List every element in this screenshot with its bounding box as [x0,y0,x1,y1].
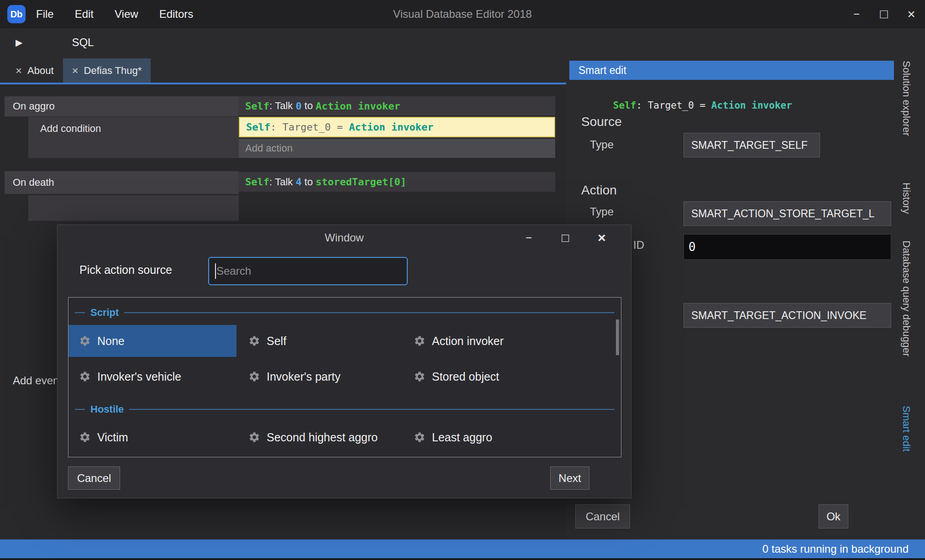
group-name: Script [90,307,119,319]
gear-icon [248,335,260,347]
list-item-least-aggro[interactable]: Least aggro [414,423,492,452]
action-id-label: ID [633,239,644,251]
status-bar: 0 tasks running in background [0,539,925,558]
text-caret [215,263,216,279]
item-label: None [97,335,125,348]
code-token: Talk [275,100,295,112]
group-header-script: Script [75,307,615,319]
titlebar: Db File Edit View Editors Visual Databas… [0,0,925,28]
panel-cancel-button[interactable]: Cancel [575,504,630,529]
side-tab-database-query-debugger[interactable]: Database query debugger [900,241,912,356]
list-item-none[interactable]: None [79,325,125,357]
item-label: Invoker's vehicle [97,370,181,383]
code-token: 0 [295,100,301,112]
add-condition-row[interactable]: Add condition [28,117,239,158]
item-label: Self [267,335,286,348]
dialog-titlebar: Window − □ × [58,225,631,251]
condition-placeholder-row[interactable] [28,195,239,221]
action-id-value: 0 [688,240,696,254]
pick-action-source-label: Pick action source [79,263,172,277]
list-item-self[interactable]: Self [248,325,286,357]
close-icon[interactable]: × [583,228,620,248]
menu-file[interactable]: File [26,0,64,28]
dialog-next-button[interactable]: Next [550,466,589,490]
code-token: Self [613,100,636,111]
next-label: Next [558,472,581,485]
action-row-talk[interactable]: Self: Talk 4 to storedTarget[0] [239,172,555,192]
action-type-value: SMART_ACTION_STORE_TARGET_L [691,208,874,220]
source-type-value: SMART_TARGET_SELF [691,139,808,152]
action-target-button[interactable]: SMART_TARGET_ACTION_INVOKE [683,303,891,328]
code-token: Action invoker [711,100,792,111]
side-tab-history[interactable]: History [900,183,912,214]
menu-edit[interactable]: Edit [64,0,104,28]
maximize-icon[interactable]: □ [870,0,898,28]
action-row-store-target-selected[interactable]: Self: Target_0 = Action invoker [239,117,555,137]
gear-icon [414,431,426,443]
action-row-talk[interactable]: Self: Talk 0 to Action invoker [239,96,555,115]
tab-defias-thug[interactable]: × Defias Thug* [63,58,151,83]
code-token: storedTarget[0] [315,176,406,188]
event-name-cell[interactable]: On death [5,171,239,194]
code-token: : Target_0 = [270,121,349,133]
menu-view[interactable]: View [104,0,149,28]
maximize-icon[interactable]: □ [547,228,583,248]
source-type-label: Type [590,138,614,151]
tab-close-icon[interactable]: × [16,65,22,76]
side-tab-solution-explorer[interactable]: Solution explorer [900,61,912,136]
item-label: Action invoker [432,335,504,348]
sql-tool-label[interactable]: SQL [72,36,94,49]
menu-editors[interactable]: Editors [149,0,204,28]
code-token: to [302,100,316,112]
close-icon[interactable]: × [898,0,925,28]
list-item-action-invoker[interactable]: Action invoker [414,325,504,357]
code-token: : Target_0 = [636,100,711,111]
add-event-button[interactable]: Add event [13,374,62,387]
group-header-hostile: Hostile [75,403,615,415]
action-heading: Action [581,183,617,198]
list-item-invokers-vehicle[interactable]: Invoker's vehicle [79,361,181,393]
cancel-label: Cancel [77,472,111,485]
list-scrollbar-thumb[interactable] [616,319,619,355]
list-item-second-highest-aggro[interactable]: Second highest aggro [248,423,378,452]
action-source-list: Script None Self Action invoker Invoker'… [68,297,621,457]
code-token: : [269,100,275,112]
search-input[interactable] [209,258,407,284]
minimize-icon[interactable]: − [510,228,547,248]
app-window: Db File Edit View Editors Visual Databas… [0,0,925,560]
cancel-label: Cancel [586,510,620,523]
tab-label: Defias Thug* [84,65,142,77]
tab-close-icon[interactable]: × [72,65,79,76]
action-target-value: SMART_TARGET_ACTION_INVOKE [691,309,867,322]
item-label: Least aggro [432,431,492,444]
source-type-button[interactable]: SMART_TARGET_SELF [683,133,820,157]
search-box [208,257,408,285]
code-token: Self [246,121,270,133]
dialog-cancel-button[interactable]: Cancel [68,466,120,490]
list-item-invokers-party[interactable]: Invoker's party [248,361,341,393]
tab-label: About [27,65,54,77]
dialog-window-controls: − □ × [510,228,620,248]
tab-about[interactable]: × About [6,58,63,83]
event-name-cell[interactable]: On aggro [5,96,239,116]
item-label: Second highest aggro [267,431,378,444]
add-action-label: Add action [245,142,293,154]
toolbar: ▶ SQL [0,28,925,57]
minimize-icon[interactable]: − [843,0,870,28]
gear-icon [248,371,260,382]
panel-ok-button[interactable]: Ok [819,504,848,529]
window-bottom-edge [0,558,925,560]
list-item-victim[interactable]: Victim [79,423,128,452]
gear-icon [414,371,426,382]
action-type-button[interactable]: SMART_ACTION_STORE_TARGET_L [683,201,891,226]
code-token: Action invoker [315,100,400,112]
action-id-input[interactable]: 0 [683,234,891,260]
gear-icon [414,335,426,347]
event-name: On aggro [13,100,55,112]
code-token: 4 [295,176,301,188]
play-icon[interactable]: ▶ [16,37,22,48]
add-action-row[interactable]: Add action [239,139,555,158]
event-block-on-aggro: On aggro Add condition Self: Talk 0 to A… [5,96,555,160]
list-item-stored-object[interactable]: Stored object [414,361,499,393]
side-tab-smart-edit[interactable]: Smart edit [900,406,912,451]
